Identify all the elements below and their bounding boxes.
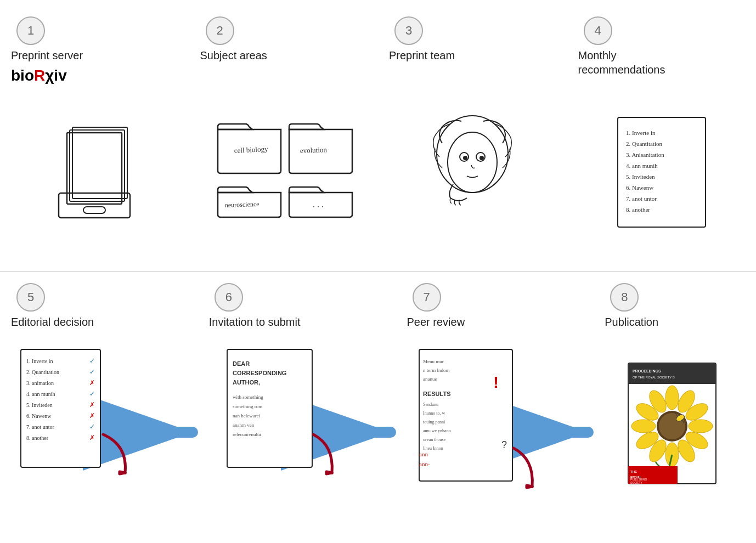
- svg-text:6. Nawenw: 6. Nawenw: [26, 413, 52, 419]
- svg-text:8. another: 8. another: [626, 206, 650, 213]
- svg-text:oreun thouse: oreun thouse: [423, 437, 446, 442]
- arrow-1: [162, 278, 198, 532]
- svg-rect-2: [72, 127, 127, 199]
- step-2-cell: 2 Subject areas cell biology evolution: [189, 11, 379, 265]
- step-4-illustration: 1. Inverte in 2. Quantitation 3. Anisani…: [578, 84, 746, 260]
- step-5-illustration: 1. Inverte in 2. Quantitation 3. animati…: [11, 336, 151, 527]
- svg-point-13: [463, 156, 467, 160]
- step-8-number: 8: [610, 283, 639, 312]
- step-2-illustration: cell biology evolution neuroscience: [200, 70, 368, 260]
- folders-svg: cell biology evolution neuroscience: [212, 110, 355, 220]
- section-divider: [0, 271, 756, 272]
- svg-text:Inanno to. w: Inanno to. w: [423, 411, 445, 416]
- arrow-2: [360, 278, 396, 532]
- svg-text:✗: ✗: [89, 401, 95, 409]
- svg-text:Sendunu: Sendunu: [423, 402, 438, 407]
- svg-text:4. ann munih: 4. ann munih: [26, 391, 55, 397]
- svg-text:3. animation: 3. animation: [26, 380, 54, 386]
- svg-text:SOCIETY: SOCIETY: [630, 481, 643, 484]
- step-3-illustration: [389, 70, 556, 260]
- svg-text:1. Inverte in: 1. Inverte in: [626, 129, 656, 136]
- svg-text:7. anot untor: 7. anot untor: [26, 424, 54, 430]
- step-6-cell: 6 Invitation to submit DEAR CORRESPONDIN…: [198, 278, 360, 532]
- step-2-title: Subject areas: [200, 48, 267, 63]
- svg-text:ananue: ananue: [423, 376, 437, 382]
- svg-point-82: [689, 420, 713, 433]
- step-5-number: 5: [16, 283, 45, 312]
- step-3-cell: 3 Preprint team: [378, 11, 567, 265]
- bottom-row: 5 Editorial decision 1. Inverte in 2. Qu…: [0, 278, 756, 532]
- step-3-title: Preprint team: [389, 48, 455, 63]
- svg-text:✗: ✗: [89, 379, 95, 387]
- step-5-cell: 5 Editorial decision 1. Inverte in 2. Qu…: [0, 278, 162, 532]
- svg-text:Menu mur: Menu mur: [423, 359, 444, 364]
- svg-text:ann: ann: [419, 451, 428, 457]
- svg-text:ananm ven: ananm ven: [233, 422, 255, 428]
- svg-text:✗: ✗: [89, 412, 95, 420]
- svg-text:?: ?: [501, 439, 507, 450]
- svg-text:1. Inverte in: 1. Inverte in: [26, 358, 53, 364]
- step-5-title: Editorial decision: [11, 315, 94, 329]
- biorxiv-logo: bioRχiv: [11, 67, 67, 84]
- svg-text:lineu Innon: lineu Innon: [423, 446, 443, 451]
- svg-text:touing panni: touing panni: [423, 420, 445, 425]
- svg-text:6. Nawenw: 6. Nawenw: [626, 184, 653, 191]
- svg-rect-24: [21, 349, 100, 467]
- svg-text:CORRESPONDING: CORRESPONDING: [233, 370, 286, 376]
- svg-text:✓: ✓: [89, 390, 95, 398]
- inbox-svg: [48, 122, 141, 231]
- svg-text:3. Anisanitation: 3. Anisanitation: [626, 151, 664, 158]
- person-thinking-svg: [412, 108, 533, 223]
- arrow-3: [558, 278, 594, 532]
- svg-text:✓: ✓: [89, 357, 95, 365]
- svg-text:8. another: 8. another: [26, 435, 49, 441]
- svg-text:✓: ✓: [89, 423, 95, 431]
- svg-text:with something: with something: [233, 394, 263, 400]
- svg-point-79: [665, 386, 679, 410]
- step-1-number: 1: [16, 16, 45, 45]
- svg-text:nan helewarei: nan helewarei: [233, 413, 261, 418]
- svg-text:neuroscience: neuroscience: [224, 200, 259, 208]
- publication-svg: PROCEEDINGS OF THE ROYAL SOCIETY B: [623, 360, 727, 503]
- arrow-2-svg: [360, 420, 396, 444]
- svg-line-72: [527, 487, 532, 488]
- svg-text:5. Inviteden: 5. Inviteden: [26, 402, 53, 408]
- peer-review-svg: Menu mur n term lndom ananue RESULTS Sen…: [416, 347, 537, 517]
- top-row: 1 Preprint server bioRχiv: [0, 11, 756, 265]
- svg-point-14: [479, 156, 484, 160]
- svg-text:RESULTS: RESULTS: [423, 391, 451, 397]
- step-7-cell: 7 Peer review Menu mur n term lndom anan…: [396, 278, 558, 532]
- arrow-3-svg: [558, 420, 594, 444]
- svg-text:OF THE ROYAL SOCIETY B: OF THE ROYAL SOCIETY B: [633, 376, 675, 379]
- step-4-cell: 4 Monthly recommendations 1. Inverte in …: [567, 11, 757, 265]
- svg-text:!: !: [493, 373, 499, 391]
- svg-text:2. Quantitation: 2. Quantitation: [26, 369, 59, 375]
- step-7-number: 7: [413, 283, 441, 312]
- step-2-number: 2: [206, 16, 234, 45]
- svg-text:2. Quantitation: 2. Quantitation: [626, 140, 662, 147]
- step-6-number: 6: [215, 283, 243, 312]
- svg-rect-1: [70, 130, 125, 201]
- svg-text:something rom: something rom: [233, 404, 262, 409]
- recommendations-list-svg: 1. Inverte in 2. Quantitation 3. Anisani…: [607, 112, 716, 233]
- biorxiv-r: R: [34, 67, 45, 84]
- arrow-1-svg: [162, 420, 198, 444]
- editorial-decision-svg: 1. Inverte in 2. Quantitation 3. animati…: [18, 347, 144, 517]
- step-1-illustration: [11, 93, 178, 260]
- svg-text:✗: ✗: [89, 434, 95, 442]
- svg-line-54: [326, 473, 332, 474]
- svg-text:amu we ynhano: amu we ynhano: [423, 428, 451, 433]
- svg-text:n term lndom: n term lndom: [423, 367, 450, 373]
- step-4-title: Monthly recommendations: [578, 48, 677, 77]
- svg-text:PROCEEDINGS: PROCEEDINGS: [633, 369, 661, 373]
- step-1-title: Preprint server: [11, 48, 83, 63]
- svg-text:. . .: . . .: [313, 200, 324, 209]
- svg-text:cell biology: cell biology: [234, 144, 268, 154]
- svg-point-10: [448, 132, 497, 193]
- step-8-illustration: PROCEEDINGS OF THE ROYAL SOCIETY B: [605, 336, 745, 527]
- svg-text:PUBLISHING: PUBLISHING: [630, 478, 647, 481]
- svg-point-88: [631, 420, 656, 433]
- svg-text:5. Inviteden: 5. Inviteden: [626, 173, 655, 180]
- svg-text:✓: ✓: [89, 368, 95, 376]
- step-6-illustration: DEAR CORRESPONDING AUTHOR, with somethin…: [209, 336, 349, 527]
